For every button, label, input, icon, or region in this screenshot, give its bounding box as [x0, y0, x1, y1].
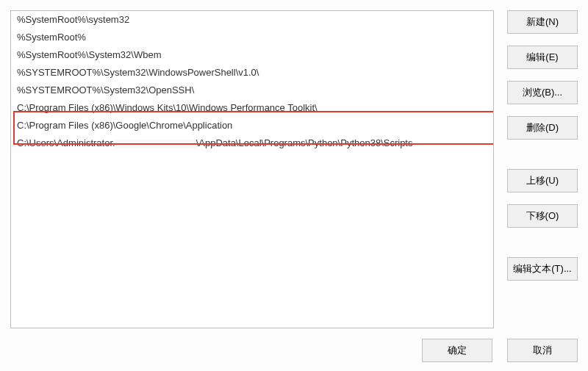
list-item-suffix: \AppData\Local\Programs\Python\Python38\…: [196, 137, 413, 148]
side-button-column: 新建(N) 编辑(E) 浏览(B)... 删除(D) 上移(U) 下移(O) 编…: [507, 10, 578, 328]
new-button[interactable]: 新建(N): [507, 10, 578, 34]
move-down-button[interactable]: 下移(O): [507, 204, 578, 228]
path-list-box[interactable]: %SystemRoot%\system32 %SystemRoot% %Syst…: [10, 10, 494, 328]
ok-button[interactable]: 确定: [422, 339, 492, 362]
list-item[interactable]: C:\Users\Administrator.\AppData\Local\Pr…: [11, 134, 493, 152]
redacted-segment: [115, 140, 196, 148]
list-item[interactable]: %SystemRoot%\System32\Wbem: [11, 46, 493, 64]
cancel-button[interactable]: 取消: [507, 339, 578, 362]
browse-button[interactable]: 浏览(B)...: [507, 81, 578, 104]
list-item-prefix: C:\Users\Administrator.: [17, 137, 115, 148]
edit-text-button[interactable]: 编辑文本(T)...: [507, 257, 578, 281]
list-item[interactable]: C:\Program Files (x86)\Google\Chrome\App…: [11, 117, 493, 134]
list-item[interactable]: %SystemRoot%: [11, 29, 493, 46]
list-item[interactable]: %SYSTEMROOT%\System32\OpenSSH\: [11, 82, 493, 99]
list-item[interactable]: %SYSTEMROOT%\System32\WindowsPowerShell\…: [11, 64, 493, 82]
move-up-button[interactable]: 上移(U): [507, 169, 578, 192]
list-item[interactable]: %SystemRoot%\system32: [11, 11, 493, 29]
list-item[interactable]: C:\Program Files (x86)\Windows Kits\10\W…: [11, 99, 493, 117]
edit-button[interactable]: 编辑(E): [507, 46, 578, 69]
delete-button[interactable]: 删除(D): [507, 116, 578, 140]
dialog-bottom-row: 确定 取消: [10, 328, 578, 364]
